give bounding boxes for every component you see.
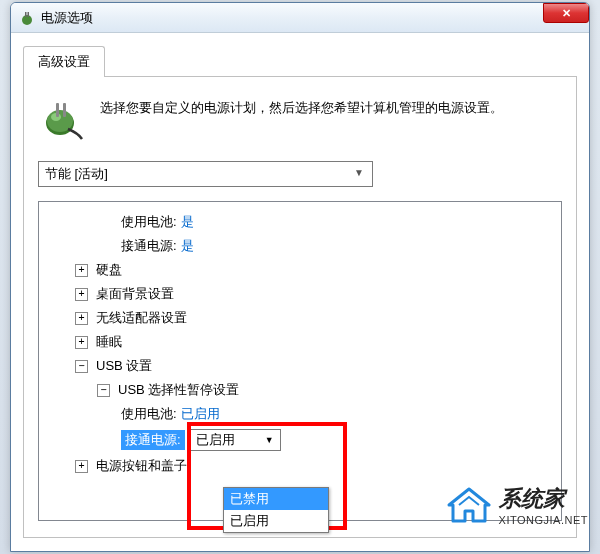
tree-usb-suspend[interactable]: − USB 选择性暂停设置 bbox=[45, 378, 555, 402]
tree-harddisk[interactable]: + 硬盘 bbox=[45, 258, 555, 282]
usb-battery-value[interactable]: 已启用 bbox=[181, 405, 220, 423]
watermark-url: XITONGJIA.NET bbox=[499, 514, 588, 526]
power-options-window: 电源选项 高级设置 选择您要自定义的电源计划，然后选择 bbox=[10, 2, 590, 552]
expand-minus-icon[interactable]: − bbox=[75, 360, 88, 373]
expand-plus-icon[interactable]: + bbox=[75, 460, 88, 473]
watermark-name: 系统家 bbox=[499, 484, 588, 514]
tree-usb[interactable]: − USB 设置 bbox=[45, 354, 555, 378]
tree-usb-battery[interactable]: 使用电池: 已启用 bbox=[45, 402, 555, 426]
usb-battery-label: 使用电池: bbox=[121, 405, 177, 423]
tree-desktop-bg[interactable]: + 桌面背景设置 bbox=[45, 282, 555, 306]
usb-plugged-dropdown[interactable]: 已启用 ▼ bbox=[189, 429, 281, 451]
svg-rect-6 bbox=[56, 103, 59, 117]
close-button[interactable] bbox=[543, 3, 589, 23]
power-icon bbox=[19, 10, 35, 26]
expand-plus-icon[interactable]: + bbox=[75, 288, 88, 301]
svg-rect-1 bbox=[25, 12, 27, 17]
dropdown-option-enabled[interactable]: 已启用 bbox=[224, 510, 328, 532]
usb-plugged-label: 接通电源: bbox=[121, 430, 185, 450]
tree-wireless[interactable]: + 无线适配器设置 bbox=[45, 306, 555, 330]
tree-sleep[interactable]: + 睡眠 bbox=[45, 330, 555, 354]
battery-use-value[interactable]: 是 bbox=[181, 213, 194, 231]
battery-use-label: 使用电池: bbox=[121, 213, 177, 231]
svg-rect-7 bbox=[63, 103, 66, 117]
window-title: 电源选项 bbox=[41, 9, 93, 27]
house-icon bbox=[445, 485, 493, 525]
window-content: 高级设置 选择您要自定义的电源计划，然后选择您希望计算机管理的电源设置。 bbox=[11, 33, 589, 550]
tree-battery-use[interactable]: 使用电池: 是 bbox=[45, 210, 555, 234]
watermark: 系统家 XITONGJIA.NET bbox=[445, 484, 588, 526]
plugged-value[interactable]: 是 bbox=[181, 237, 194, 255]
description-text: 选择您要自定义的电源计划，然后选择您希望计算机管理的电源设置。 bbox=[100, 93, 503, 141]
titlebar: 电源选项 bbox=[11, 3, 589, 33]
tab-body: 选择您要自定义的电源计划，然后选择您希望计算机管理的电源设置。 节能 [活动] … bbox=[23, 77, 577, 538]
dropdown-menu: 已禁用 已启用 bbox=[223, 487, 329, 533]
chevron-down-icon: ▼ bbox=[265, 435, 274, 445]
plan-select-value: 节能 [活动] bbox=[45, 166, 108, 181]
expand-plus-icon[interactable]: + bbox=[75, 264, 88, 277]
plug-icon bbox=[38, 93, 86, 141]
expand-plus-icon[interactable]: + bbox=[75, 312, 88, 325]
description-row: 选择您要自定义的电源计划，然后选择您希望计算机管理的电源设置。 bbox=[38, 93, 562, 141]
plugged-label: 接通电源: bbox=[121, 237, 177, 255]
svg-rect-2 bbox=[28, 12, 30, 17]
tree-power-button[interactable]: + 电源按钮和盖子 bbox=[45, 454, 555, 478]
expand-minus-icon[interactable]: − bbox=[97, 384, 110, 397]
expand-plus-icon[interactable]: + bbox=[75, 336, 88, 349]
tab-row: 高级设置 bbox=[23, 45, 577, 77]
tab-advanced[interactable]: 高级设置 bbox=[23, 46, 105, 77]
svg-point-0 bbox=[22, 15, 32, 25]
settings-tree: 使用电池: 是 接通电源: 是 + 硬盘 + 桌面背景设置 + 无线适配器设 bbox=[38, 201, 562, 521]
watermark-text: 系统家 XITONGJIA.NET bbox=[499, 484, 588, 526]
tree-usb-plugged[interactable]: 接通电源: 已启用 ▼ bbox=[45, 426, 555, 454]
dropdown-option-disabled[interactable]: 已禁用 bbox=[224, 488, 328, 510]
tree-plugged[interactable]: 接通电源: 是 bbox=[45, 234, 555, 258]
power-plan-select[interactable]: 节能 [活动] bbox=[38, 161, 373, 187]
